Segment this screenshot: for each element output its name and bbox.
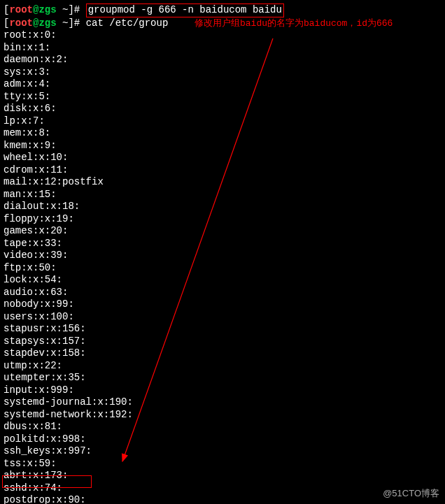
group-entry: utmp:x:22:	[3, 360, 442, 373]
group-entry: sys:x:3:	[3, 66, 442, 79]
group-entry: systemd-network:x:192:	[3, 409, 442, 422]
group-entry: daemon:x:2:	[3, 54, 442, 66]
group-entry: tape:x:33:	[3, 238, 442, 250]
group-entry: stapusr:x:156:	[3, 323, 442, 336]
group-entry: floppy:x:19:	[3, 213, 442, 226]
group-entry: mem:x:8:	[3, 127, 442, 140]
command-2[interactable]: cat /etc/group	[86, 17, 169, 29]
annotation-text: 修改用户组baidu的名字为baiducom，id为666	[195, 17, 393, 29]
bracket-close: ]	[68, 17, 73, 29]
group-entry: utempter:x:35:	[3, 372, 442, 384]
group-entry: ftp:x:50:	[3, 262, 442, 275]
prompt-host: zgs	[38, 4, 56, 15]
group-entry: stapsys:x:157:	[3, 336, 442, 348]
group-entry: tss:x:59:	[3, 458, 442, 470]
group-entry: man:x:15:	[3, 189, 442, 201]
watermark: @51CTO博客	[383, 487, 439, 500]
group-entry: wheel:x:10:	[3, 152, 442, 164]
group-entry: ssh_keys:x:997:	[3, 445, 442, 458]
group-entry: input:x:999:	[3, 384, 442, 397]
group-entry: cdrom:x:11:	[3, 164, 442, 177]
prompt-user: root	[9, 17, 33, 29]
group-entry: users:x:100:	[3, 311, 442, 324]
group-entry: mail:x:12:postfix	[3, 176, 442, 189]
group-entry: bin:x:1:	[3, 42, 442, 55]
group-entry: lock:x:54:	[3, 274, 442, 287]
group-entry: polkitd:x:998:	[3, 433, 442, 446]
bracket-close: ]	[68, 4, 73, 15]
group-entry: postdrop:x:90:	[3, 494, 442, 504]
group-entry: dbus:x:81:	[3, 421, 442, 433]
group-entry: disk:x:6:	[3, 103, 442, 115]
group-entry: kmem:x:9:	[3, 140, 442, 152]
group-entry: systemd-journal:x:190:	[3, 396, 442, 409]
result-highlight-box	[2, 475, 92, 488]
group-entry: stapdev:x:158:	[3, 347, 442, 360]
command-1[interactable]: groupmod -g 666 -n baiducom baidu	[88, 4, 282, 15]
group-output: root:x:0:bin:x:1:daemon:x:2:sys:x:3:adm:…	[3, 29, 442, 504]
prompt-symbol: #	[74, 17, 80, 29]
command-highlight-box: groupmod -g 666 -n baiducom baidu	[86, 3, 284, 17]
group-entry: dialout:x:18:	[3, 201, 442, 213]
group-entry: games:x:20:	[3, 225, 442, 238]
group-entry: root:x:0:	[3, 29, 442, 42]
prompt-symbol: #	[74, 4, 80, 15]
prompt-user: root	[9, 4, 33, 15]
group-entry: lp:x:7:	[3, 115, 442, 128]
group-entry: adm:x:4:	[3, 78, 442, 91]
prompt-host: zgs	[38, 17, 56, 29]
prompt-line-1: [root@zgs ~]# groupmod -g 666 -n baiduco…	[3, 3, 442, 17]
group-entry: audio:x:63:	[3, 287, 442, 299]
group-entry: tty:x:5:	[3, 91, 442, 103]
group-entry: video:x:39:	[3, 250, 442, 262]
group-entry: nobody:x:99:	[3, 298, 442, 311]
